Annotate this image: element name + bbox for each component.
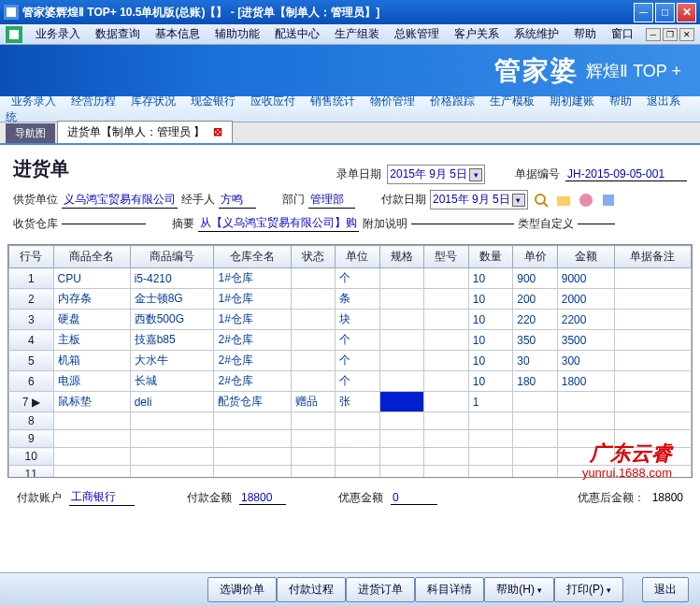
svg-rect-1: [7, 7, 16, 17]
table-row[interactable]: 3硬盘西数500G1#仓库块102202200: [9, 310, 692, 330]
menubar-icon: [6, 26, 22, 43]
toolbar-item[interactable]: 应收应付: [245, 91, 301, 111]
minimize-button[interactable]: ─: [634, 3, 653, 22]
doc-no-field[interactable]: JH-2015-09-05-001: [565, 167, 687, 181]
menu-item[interactable]: 系统维护: [507, 25, 566, 42]
column-header[interactable]: 规格: [379, 246, 424, 268]
tab-bar: 导航图 进货单【制单人：管理员 】 ⊠: [0, 123, 700, 145]
menu-item[interactable]: 客户关系: [447, 25, 507, 42]
footer-button[interactable]: 退出: [642, 577, 689, 602]
tab-navigation[interactable]: 导航图: [6, 123, 55, 143]
column-header[interactable]: 状态: [291, 246, 336, 268]
footer-button[interactable]: 打印(P)▾: [554, 577, 623, 602]
column-header[interactable]: 单据备注: [614, 246, 691, 268]
toolbar-item[interactable]: 销售统计: [305, 91, 361, 111]
date-picker-icon[interactable]: ▾: [469, 168, 482, 181]
menu-item[interactable]: 业务录入: [28, 25, 88, 42]
disc-amt-field[interactable]: 0: [391, 491, 437, 505]
app-icon: [4, 5, 19, 20]
pay-amt-field[interactable]: 18800: [239, 491, 286, 505]
menu-item[interactable]: 基本信息: [148, 25, 207, 42]
toolbar-item[interactable]: 经营历程: [65, 91, 121, 111]
supplier-field[interactable]: 义乌鸿宝贸易有限公司: [62, 192, 178, 209]
form-title: 进货单: [13, 151, 69, 187]
handler-field[interactable]: 方鸣: [219, 192, 256, 209]
tab-label: 进货单【制单人：管理员 】: [67, 125, 205, 138]
menu-item[interactable]: 辅助功能: [207, 25, 267, 42]
folder-icon[interactable]: [555, 192, 572, 209]
column-header[interactable]: 型号: [424, 246, 469, 268]
pay-date-field[interactable]: 2015年 9月 5日▾: [430, 190, 528, 209]
attach-field[interactable]: [411, 224, 514, 224]
window-title: 管家婆辉煌Ⅱ TOP+ 10.5单机版(总账)【】 - [进货单【制单人：管理员…: [22, 5, 634, 21]
column-header[interactable]: 单位: [336, 246, 380, 268]
toolbar-item[interactable]: 物价管理: [364, 91, 421, 111]
custom-field[interactable]: [578, 224, 615, 224]
table-row[interactable]: 9: [9, 430, 692, 448]
menu-item[interactable]: 配送中心: [267, 25, 327, 42]
close-button[interactable]: ✕: [677, 3, 696, 22]
toolbar-item[interactable]: 生产模板: [484, 91, 540, 111]
summary-label: 摘要: [172, 216, 194, 232]
menu-item[interactable]: 窗口: [604, 25, 641, 42]
menu-item[interactable]: 总账管理: [387, 25, 447, 42]
toolbar-item[interactable]: 价格跟踪: [424, 91, 480, 111]
footer-button[interactable]: 帮助(H)▾: [484, 577, 554, 602]
dept-label: 部门: [282, 192, 305, 208]
summary-field[interactable]: 从【义乌鸿宝贸易有限公司】购: [198, 215, 359, 232]
search-icon[interactable]: [533, 192, 550, 209]
table-row[interactable]: 1CPUi5-42101#仓库个109009000: [9, 268, 692, 289]
menu-item[interactable]: 数据查询: [88, 25, 148, 42]
after-disc-label: 优惠后金额：: [578, 490, 645, 506]
table-row[interactable]: 2内存条金士顿8G1#仓库条102002000: [9, 289, 692, 310]
footer-button[interactable]: 付款过程: [277, 577, 346, 602]
palette-icon[interactable]: [578, 192, 594, 209]
table-row[interactable]: 4主板技嘉b852#仓库个103503500: [9, 330, 692, 351]
mdi-minimize-button[interactable]: ─: [646, 28, 661, 41]
column-header[interactable]: 商品编号: [130, 246, 214, 268]
column-header[interactable]: 数量: [468, 246, 513, 268]
mdi-close-button[interactable]: ✕: [679, 28, 694, 41]
column-header[interactable]: 行号: [9, 246, 54, 268]
table-row[interactable]: 11: [9, 466, 692, 479]
tool-icon[interactable]: [600, 192, 617, 209]
svg-point-7: [579, 194, 593, 207]
table-row[interactable]: 8: [9, 412, 692, 430]
data-grid[interactable]: 行号商品全名商品编号仓库全名状态单位规格型号数量单价金额单据备注1CPUi5-4…: [7, 244, 693, 478]
menu-item[interactable]: 帮助: [566, 25, 604, 42]
custom-label: 类型自定义: [518, 216, 574, 232]
entry-date-field[interactable]: 2015年 9月 5日▾: [387, 165, 485, 184]
svg-rect-8: [603, 195, 614, 206]
recv-wh-label: 收货仓库: [13, 216, 58, 232]
toolbar-item[interactable]: 期初建账: [544, 91, 600, 111]
recv-wh-field[interactable]: [62, 224, 146, 224]
dept-field[interactable]: 管理部: [308, 192, 355, 209]
after-disc-value: 18800: [652, 491, 683, 504]
date-picker-icon[interactable]: ▾: [512, 194, 525, 207]
table-row[interactable]: 7 ▶鼠标垫deli配货仓库赠品张1: [9, 392, 692, 412]
tab-purchase-order[interactable]: 进货单【制单人：管理员 】 ⊠: [57, 121, 233, 143]
mdi-restore-button[interactable]: ❐: [663, 28, 678, 41]
attach-label: 附加说明: [363, 216, 407, 232]
footer-button[interactable]: 科目详情: [415, 577, 484, 602]
pay-acct-field[interactable]: 工商银行: [69, 489, 135, 506]
column-header[interactable]: 金额: [557, 246, 614, 268]
toolbar-item[interactable]: 库存状况: [125, 91, 181, 111]
table-row[interactable]: 6电源长城2#仓库个101801800: [9, 371, 692, 392]
table-row[interactable]: 5机箱大水牛2#仓库个1030300: [9, 351, 692, 371]
column-header[interactable]: 商品全名: [53, 246, 130, 268]
column-header[interactable]: 单价: [513, 246, 558, 268]
supplier-label: 供货单位: [13, 192, 58, 208]
toolbar-item[interactable]: 帮助: [604, 91, 637, 111]
footer-button[interactable]: 进货订单: [346, 577, 415, 602]
column-header[interactable]: 仓库全名: [214, 246, 291, 268]
table-row[interactable]: 10: [9, 448, 692, 466]
toolbar-item[interactable]: 现金银行: [185, 91, 241, 111]
payment-row: 付款账户 工商银行 付款金额 18800 优惠金额 0 优惠后金额： 18800: [0, 482, 700, 513]
menu-item[interactable]: 生产组装: [327, 25, 387, 42]
window-titlebar: 管家婆辉煌Ⅱ TOP+ 10.5单机版(总账)【】 - [进货单【制单人：管理员…: [0, 0, 700, 24]
banner: 管家婆 辉煌Ⅱ TOP +: [0, 45, 700, 96]
footer-button[interactable]: 选调价单: [207, 577, 277, 602]
tab-close-icon[interactable]: ⊠: [213, 125, 222, 138]
maximize-button[interactable]: □: [655, 3, 675, 22]
